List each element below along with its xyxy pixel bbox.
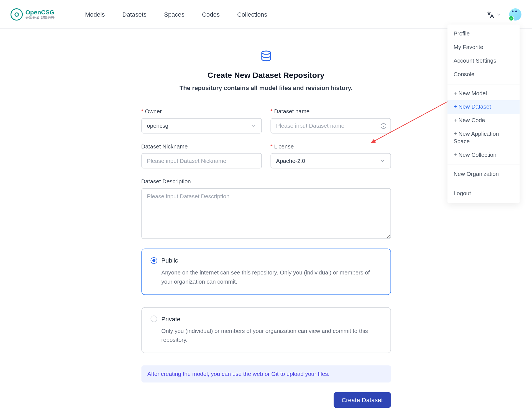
chevron-down-icon [379,158,385,164]
dropdown-favorite[interactable]: My Favorite [447,41,520,54]
brand-tagline: 开源开放 智造未来 [25,16,55,20]
verified-badge-icon: ✓ [509,16,514,21]
license-value: Apache-2.0 [276,158,305,164]
dropdown-new-code[interactable]: + New Code [447,114,520,127]
logo[interactable]: O OpenCSG 开源开放 智造未来 [11,8,54,20]
radio-on-icon [150,257,157,264]
dropdown-new-collection[interactable]: + New Collection [447,148,520,162]
description-textarea[interactable] [141,188,391,239]
dropdown-console[interactable]: Console [447,68,520,81]
dropdown-new-space[interactable]: + New Application Space [447,127,520,148]
dropdown-profile[interactable]: Profile [447,27,520,41]
nickname-input[interactable] [141,153,262,168]
private-desc: Only you (individual) or members of your… [161,327,382,345]
language-switcher[interactable] [486,10,501,18]
nav-link-datasets[interactable]: Datasets [122,11,146,18]
dropdown-new-org[interactable]: New Organization [447,168,520,181]
page-subtitle: The repository contains all model files … [180,84,352,91]
user-dropdown: Profile My Favorite Account Settings Con… [447,24,520,203]
logo-mark-icon: O [11,8,23,20]
info-banner: After creating the model, you can use th… [141,366,391,383]
nav-link-models[interactable]: Models [85,11,105,18]
visibility-public-card[interactable]: Public Anyone on the internet can see th… [141,248,391,295]
dataset-name-label: Dataset name [270,108,391,115]
public-label: Public [161,257,178,264]
dropdown-logout[interactable]: Logout [447,187,520,200]
owner-label: Owner [141,108,262,115]
create-dataset-button[interactable]: Create Dataset [334,392,391,408]
radio-off-icon [150,315,157,322]
dropdown-settings[interactable]: Account Settings [447,54,520,68]
page-title: Create New Dataset Repository [208,71,324,80]
chevron-down-icon [496,12,501,17]
info-icon [380,123,386,129]
nav-links: Models Datasets Spaces Codes Collections [85,11,267,18]
license-label: License [270,143,391,150]
description-label: Dataset Description [141,178,391,185]
avatar[interactable]: ✓ [509,8,521,20]
chevron-down-icon [250,123,256,129]
owner-value: opencsg [147,122,168,129]
nav-link-collections[interactable]: Collections [237,11,267,18]
svg-point-2 [262,51,270,54]
brand-name: OpenCSG [25,9,55,15]
nav-link-spaces[interactable]: Spaces [164,11,185,18]
visibility-private-card[interactable]: Private Only you (individual) or members… [141,307,391,353]
dropdown-new-model[interactable]: + New Model [447,87,520,101]
license-select[interactable]: Apache-2.0 [270,153,391,168]
dropdown-new-dataset[interactable]: + New Dataset [447,101,520,114]
database-icon [259,50,272,63]
translate-icon [486,10,494,18]
public-desc: Anyone on the internet can see this repo… [161,268,382,287]
private-label: Private [161,315,180,322]
dataset-name-input[interactable] [270,118,391,133]
owner-select[interactable]: opencsg [141,118,262,133]
nav-link-codes[interactable]: Codes [202,11,220,18]
nickname-label: Dataset Nickname [141,143,262,150]
